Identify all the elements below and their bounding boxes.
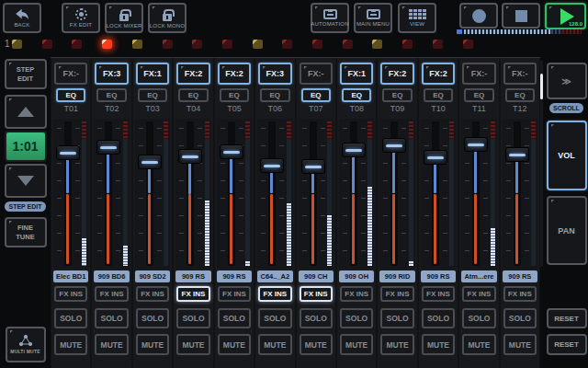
fader-handle[interactable]	[301, 159, 325, 174]
mute-button[interactable]: MUTE	[95, 334, 128, 355]
solo-button[interactable]: SOLO	[218, 308, 251, 328]
solo-button[interactable]: SOLO	[462, 308, 495, 328]
fx-slot-button[interactable]: FX:1	[136, 63, 169, 85]
mute-button[interactable]: MUTE	[136, 334, 169, 355]
fx-slot-button[interactable]: FX:1	[340, 63, 373, 85]
fader-handle[interactable]	[138, 155, 162, 169]
fader-handle[interactable]	[424, 150, 447, 165]
pan-mode-button[interactable]: PAN	[547, 196, 587, 265]
solo-button[interactable]: SOLO	[136, 308, 169, 328]
mute-button[interactable]: MUTE	[54, 334, 87, 355]
solo-button[interactable]: SOLO	[340, 308, 373, 328]
lock-mono-button[interactable]: LOCK MONO	[148, 3, 187, 33]
fx-insert-button[interactable]: FX INS	[422, 286, 455, 302]
reset-mute-button[interactable]: RESET	[547, 334, 587, 355]
fine-tune-button[interactable]: FINE TUNE	[5, 217, 47, 247]
step-edit-button[interactable]: STEP EDIT	[5, 59, 47, 89]
track-name-label[interactable]: 909 OH	[339, 270, 374, 282]
fader-handle[interactable]	[464, 137, 488, 152]
solo-button[interactable]: SOLO	[258, 308, 291, 328]
fx-insert-button[interactable]: FX INS	[503, 286, 537, 302]
fx-insert-button[interactable]: FX INS	[258, 286, 291, 302]
solo-button[interactable]: SOLO	[503, 308, 537, 328]
eq-button[interactable]: EQ	[178, 88, 208, 102]
fx-insert-button[interactable]: FX INS	[300, 286, 333, 302]
eq-button[interactable]: EQ	[220, 88, 249, 102]
fx-slot-button[interactable]: FX:-	[462, 63, 495, 85]
fx-insert-button[interactable]: FX INS	[136, 286, 169, 302]
fx-slot-button[interactable]: FX:2	[176, 63, 209, 85]
stop-button[interactable]	[502, 3, 540, 29]
fader-handle[interactable]	[220, 144, 243, 159]
solo-button[interactable]: SOLO	[176, 308, 209, 328]
track-name-label[interactable]: Atm...ere	[461, 270, 496, 282]
track-name-label[interactable]: 909 RID	[379, 270, 414, 282]
solo-button[interactable]: SOLO	[300, 308, 333, 328]
song-position-bar[interactable]	[457, 29, 582, 34]
mute-button[interactable]: MUTE	[218, 334, 251, 355]
fx-insert-button[interactable]: FX INS	[95, 286, 128, 302]
track-name-label[interactable]: 909 BD6	[94, 270, 129, 282]
play-button[interactable]: 128.0	[545, 3, 586, 29]
eq-button[interactable]: EQ	[342, 88, 371, 102]
fx-slot-button[interactable]: FX:2	[380, 63, 413, 85]
fx-slot-button[interactable]: FX:-	[54, 63, 87, 85]
track-name-label[interactable]: 909 SD2	[135, 270, 170, 282]
track-name-label[interactable]: C64.._A2	[257, 270, 292, 282]
reset-solo-button[interactable]: RESET	[547, 308, 587, 328]
eq-button[interactable]: EQ	[382, 88, 412, 102]
fader-handle[interactable]	[505, 147, 529, 162]
mixer-scrollbar-thumb[interactable]	[540, 74, 543, 99]
solo-button[interactable]: SOLO	[54, 308, 87, 328]
scroll-button[interactable]: ≫	[547, 63, 587, 99]
fx-slot-button[interactable]: FX:3	[258, 63, 291, 85]
lock-mixer-button[interactable]: LOCK MIXER	[105, 3, 143, 33]
track-name-label[interactable]: Elec BD1	[53, 270, 88, 282]
mute-button[interactable]: MUTE	[462, 334, 495, 355]
fx-insert-button[interactable]: FX INS	[176, 286, 209, 302]
track-name-label[interactable]: 909 RS	[503, 270, 537, 282]
back-button[interactable]: BACK	[3, 3, 41, 33]
fx-insert-button[interactable]: FX INS	[340, 286, 373, 302]
eq-button[interactable]: EQ	[301, 88, 331, 102]
fx-insert-button[interactable]: FX INS	[54, 286, 87, 302]
multi-mute-button[interactable]: MULTI MUTE	[6, 327, 46, 362]
fader-handle[interactable]	[96, 140, 120, 155]
mute-button[interactable]: MUTE	[258, 334, 291, 355]
fader-handle[interactable]	[342, 143, 366, 157]
track-name-label[interactable]: 909 RS	[421, 270, 456, 282]
eq-button[interactable]: EQ	[260, 88, 289, 102]
fx-slot-button[interactable]: FX:2	[218, 63, 251, 85]
fx-insert-button[interactable]: FX INS	[462, 286, 495, 302]
eq-button[interactable]: EQ	[424, 88, 453, 102]
eq-button[interactable]: EQ	[56, 88, 85, 102]
automation-button[interactable]: AUTOMATION	[311, 3, 349, 33]
fx-insert-button[interactable]: FX INS	[218, 286, 251, 302]
eq-button[interactable]: EQ	[96, 88, 126, 102]
mute-button[interactable]: MUTE	[503, 334, 537, 355]
mute-button[interactable]: MUTE	[422, 334, 455, 355]
fx-slot-button[interactable]: FX:-	[300, 63, 333, 85]
fx-insert-button[interactable]: FX INS	[380, 286, 413, 302]
step-down-button[interactable]	[5, 164, 47, 198]
vol-mode-button[interactable]: VOL	[547, 121, 587, 190]
fx-edit-button[interactable]: FX EDIT	[62, 3, 100, 33]
track-name-label[interactable]: 909 CH	[299, 270, 334, 282]
fx-slot-button[interactable]: FX:-	[503, 63, 537, 85]
fader-handle[interactable]	[178, 149, 202, 164]
track-name-label[interactable]: 909 RS	[217, 270, 252, 282]
track-name-label[interactable]: 909 RS	[175, 270, 210, 282]
record-button[interactable]	[459, 3, 498, 29]
solo-button[interactable]: SOLO	[380, 308, 413, 328]
solo-button[interactable]: SOLO	[422, 308, 455, 328]
eq-button[interactable]: EQ	[138, 88, 167, 102]
fx-slot-button[interactable]: FX:3	[95, 63, 128, 85]
step-up-button[interactable]	[5, 95, 47, 129]
main-menu-button[interactable]: MAIN MENU	[354, 3, 392, 33]
mixer-scrollbar[interactable]	[540, 61, 543, 267]
eq-button[interactable]: EQ	[464, 88, 493, 102]
solo-button[interactable]: SOLO	[95, 308, 128, 328]
fader-handle[interactable]	[260, 158, 284, 173]
fader-handle[interactable]	[382, 138, 406, 153]
fx-slot-button[interactable]: FX:2	[422, 63, 455, 85]
